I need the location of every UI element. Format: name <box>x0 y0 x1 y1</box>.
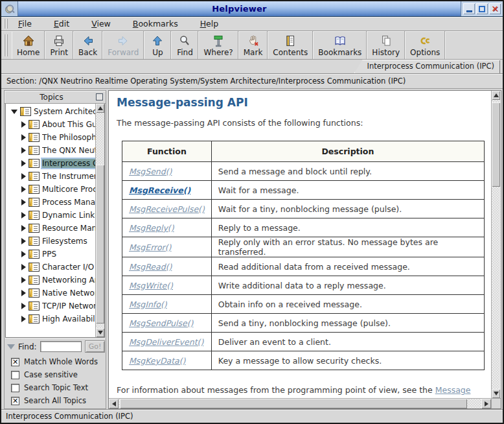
tab-interprocess-communication[interactable]: Interprocess Communication (IPC) <box>354 60 500 73</box>
msgsend-link[interactable]: MsgSend() <box>129 167 172 176</box>
expand-icon[interactable] <box>21 264 26 270</box>
panel-detach-button[interactable] <box>96 93 103 100</box>
options-button[interactable]: Options <box>405 31 445 59</box>
tree-item-dynamic-linking[interactable]: Dynamic Linking <box>6 209 95 222</box>
content-horizontal-scrollbar[interactable] <box>109 398 491 408</box>
maximize-button[interactable] <box>476 3 488 14</box>
match-whole-words-option[interactable]: ✕ Match Whole Words <box>11 357 103 367</box>
expand-icon[interactable] <box>21 160 26 167</box>
checkbox-checked-icon[interactable]: ✕ <box>11 397 19 405</box>
tree-item-process-manager[interactable]: Process Manager <box>6 196 95 209</box>
case-sensitive-option[interactable]: Case sensitive <box>11 370 103 380</box>
expand-icon[interactable] <box>21 186 26 193</box>
scroll-track[interactable] <box>119 399 481 408</box>
expand-icon[interactable] <box>21 147 26 154</box>
home-button[interactable]: Home <box>12 31 45 59</box>
tree-item-character-io[interactable]: Character I/O <box>6 261 95 274</box>
tree-scrollbar[interactable] <box>95 104 104 337</box>
minimize-button[interactable] <box>463 3 475 14</box>
find-collapse-icon[interactable] <box>7 344 15 349</box>
menu-file[interactable]: File <box>12 18 38 30</box>
checkbox-checked-icon[interactable]: ✕ <box>11 358 19 366</box>
msgdeliverevent-link[interactable]: MsgDeliverEvent() <box>129 337 203 347</box>
tree-item-philosophy[interactable]: The Philosophy of QNX Neutrino <box>6 131 95 144</box>
expand-icon[interactable] <box>21 303 26 309</box>
mark-button[interactable]: Mark <box>238 31 268 59</box>
scroll-down-button[interactable] <box>96 328 104 337</box>
menu-help[interactable]: Help <box>194 18 225 30</box>
search-topic-text-option[interactable]: Search Topic Text <box>11 383 103 393</box>
go-button[interactable]: Go! <box>85 340 106 353</box>
tree-item-multicore[interactable]: Multicore Processing <box>6 183 95 196</box>
menubar-grip[interactable] <box>4 19 8 29</box>
scroll-down-button[interactable] <box>492 389 500 398</box>
find-button[interactable]: Find <box>171 31 198 59</box>
scroll-thumb[interactable] <box>120 399 467 408</box>
window-menu-button[interactable] <box>1 1 18 16</box>
tree-item-pps[interactable]: PPS <box>6 248 95 261</box>
expand-icon[interactable] <box>21 290 26 296</box>
msgerror-link[interactable]: MsgError() <box>129 242 171 252</box>
expand-icon[interactable] <box>21 238 26 244</box>
history-button[interactable]: History <box>367 31 405 59</box>
tree-item-microkernel[interactable]: The QNX Neutrino Microkernel <box>6 144 95 157</box>
menu-view[interactable]: View <box>85 18 117 30</box>
tree-item-high-availability[interactable]: High Availability <box>6 312 95 325</box>
menu-bookmarks[interactable]: Bookmarks <box>126 18 185 30</box>
tree-item-instrumented-microkernel[interactable]: The Instrumented Microkernel <box>6 170 95 183</box>
expand-icon[interactable] <box>21 277 26 283</box>
tree-item-about-this-guide[interactable]: About This Guide <box>6 118 95 131</box>
expand-icon[interactable] <box>21 199 26 206</box>
msgkeydata-link[interactable]: MsgKeyData() <box>129 356 186 366</box>
up-button[interactable]: Up <box>144 31 171 59</box>
checkbox-unchecked-icon[interactable] <box>11 371 19 379</box>
scroll-up-button[interactable] <box>96 104 104 113</box>
print-icon <box>52 34 65 47</box>
bookmarks-button[interactable]: Bookmarks <box>313 31 367 59</box>
tree-item-system-architecture[interactable]: System Architecture <box>6 105 95 118</box>
menu-edit[interactable]: Edit <box>47 18 76 30</box>
expand-icon[interactable] <box>21 316 26 322</box>
contents-button[interactable]: Contents <box>268 31 313 59</box>
msgreply-link[interactable]: MsgReply() <box>129 223 174 233</box>
up-arrow-icon <box>98 106 103 110</box>
toolbar-grip[interactable] <box>4 34 8 56</box>
tree-item-networking[interactable]: Networking Architecture <box>6 274 95 287</box>
scroll-thumb[interactable] <box>96 165 104 324</box>
expand-icon[interactable] <box>21 134 26 141</box>
msgsendpulse-link[interactable]: MsgSendPulse() <box>129 318 193 328</box>
collapse-icon[interactable] <box>11 110 17 114</box>
checkbox-unchecked-icon[interactable] <box>11 384 19 392</box>
scroll-up-button[interactable] <box>492 91 500 100</box>
tree-item-interprocess-communication[interactable]: Interprocess Communication (IPC) <box>6 157 95 170</box>
forward-button[interactable]: Forward <box>102 31 144 59</box>
find-input[interactable] <box>40 341 82 352</box>
content-vertical-scrollbar[interactable] <box>491 91 500 398</box>
scroll-right-button[interactable] <box>481 399 491 408</box>
msgwrite-link[interactable]: MsgWrite() <box>129 281 173 290</box>
scroll-left-button[interactable] <box>109 399 119 408</box>
expand-icon[interactable] <box>21 121 26 128</box>
close-button[interactable]: ✕ <box>489 3 501 14</box>
msgreceive-link[interactable]: MsgReceive() <box>129 185 190 195</box>
expand-icon[interactable] <box>21 251 26 257</box>
back-button[interactable]: Back <box>73 31 102 59</box>
scroll-track[interactable] <box>492 100 500 389</box>
search-all-topics-option[interactable]: ✕ Search All Topics <box>11 395 103 406</box>
where-button[interactable]: Where? <box>198 31 238 59</box>
tree-item-tcpip-networking[interactable]: TCP/IP Networking <box>6 300 95 312</box>
find-label: Find: <box>18 342 37 351</box>
expand-icon[interactable] <box>21 173 26 180</box>
msgread-link[interactable]: MsgRead() <box>129 262 172 272</box>
msgreceivepulse-link[interactable]: MsgReceivePulse() <box>129 204 205 214</box>
expand-icon[interactable] <box>21 225 26 231</box>
tree-item-filesystems[interactable]: Filesystems <box>6 235 95 248</box>
scroll-track[interactable] <box>96 113 104 328</box>
expand-icon[interactable] <box>21 212 26 218</box>
tree-item-resource-managers[interactable]: Resource Managers <box>6 222 95 235</box>
tree-item-native-networking[interactable]: Native Networking (Qnet) <box>6 287 95 300</box>
scroll-thumb[interactable] <box>492 102 500 186</box>
msginfo-link[interactable]: MsgInfo() <box>129 300 167 309</box>
table-row: MsgSend() Send a message and block until… <box>122 162 485 181</box>
print-button[interactable]: Print <box>45 31 73 59</box>
